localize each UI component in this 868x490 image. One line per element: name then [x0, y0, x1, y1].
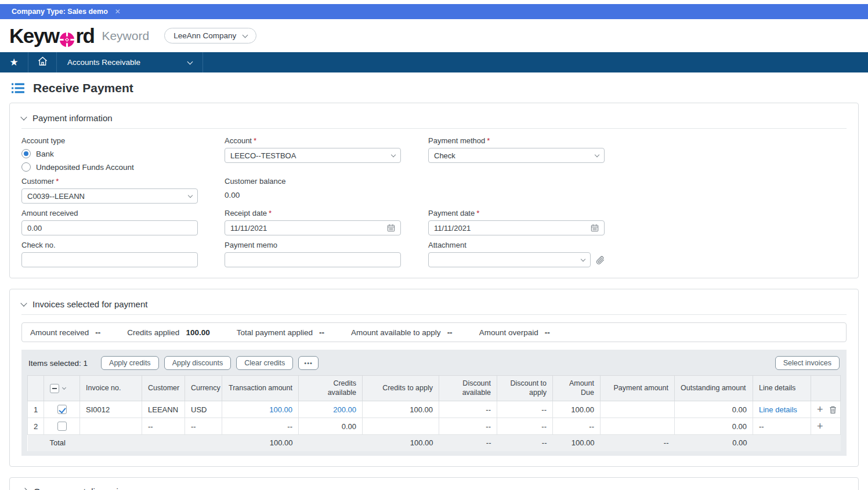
brand-target-icon	[59, 29, 75, 45]
attachment-select[interactable]	[428, 252, 591, 267]
radio-bank-label: Bank	[36, 150, 54, 158]
check-no-input[interactable]	[21, 252, 198, 267]
cell-payment-amount[interactable]	[601, 401, 675, 418]
attachment-field: Attachment	[428, 241, 847, 267]
account-type-option-bank[interactable]: Bank	[21, 149, 225, 158]
cell-credits-to-apply[interactable]	[363, 418, 439, 435]
payment-memo-input[interactable]	[225, 252, 401, 267]
account-type-field: Account type Bank Undeposited Funds Acco…	[21, 136, 225, 172]
close-icon[interactable]: ✕	[115, 8, 121, 16]
amount-received-input[interactable]	[21, 220, 198, 235]
receipt-date-label: Receipt date	[225, 209, 267, 217]
table-row: 2 -- -- -- 0.00 -- -- -- 0.00 --	[28, 418, 841, 435]
invoices-section-title: Invoices selected for payment	[32, 299, 147, 309]
chevron-down-icon[interactable]	[62, 386, 66, 390]
cell-credits-to-apply[interactable]: 100.00	[363, 401, 439, 418]
nav-module-label: Accounts Receivable	[67, 58, 140, 67]
chevron-down-icon	[243, 32, 248, 38]
cell-transaction-amount: --	[222, 418, 299, 435]
table-row: 1 SI0012 LEEANN USD 100.00 200.00 100.00…	[28, 401, 841, 418]
cell-discount-available: --	[439, 401, 497, 418]
calendar-icon[interactable]	[591, 224, 599, 232]
cell-amount-due: --	[553, 418, 601, 435]
trash-icon[interactable]	[829, 405, 837, 414]
row-number: 1	[28, 401, 44, 418]
transaction-amount-link[interactable]: 100.00	[269, 405, 292, 414]
line-details-link[interactable]: Line details	[759, 405, 797, 414]
col-line-details: Line details	[753, 376, 811, 401]
receipt-date-field: Receipt date*	[225, 209, 428, 235]
credits-available-link[interactable]: 200.00	[333, 405, 356, 414]
cell-customer: --	[142, 418, 185, 435]
payment-information-header[interactable]: Payment information	[21, 111, 847, 129]
select-all-checkbox[interactable]	[50, 384, 59, 393]
add-row-icon[interactable]: +	[817, 404, 823, 415]
customer-balance-label: Customer balance	[225, 177, 428, 186]
cell-amount-due: 100.00	[553, 401, 601, 418]
required-marker: *	[56, 177, 59, 186]
overpayment-dimensions-header[interactable]: Overpayment dimensions	[21, 485, 847, 490]
chevron-down-icon	[595, 152, 599, 157]
summary-credits-applied-value: 100.00	[186, 328, 209, 337]
payment-date-label: Payment date	[428, 209, 475, 217]
summary-total-payment-applied: Total payment applied --	[237, 328, 324, 337]
invoices-table-panel: Items selected: 1 Apply credits Apply di…	[21, 350, 847, 456]
customer-value: C0039--LEEANN	[27, 192, 85, 201]
cell-payment-amount[interactable]	[601, 418, 675, 435]
cell-credits-available: 0.00	[299, 418, 363, 435]
chevron-down-icon	[187, 59, 193, 64]
chevron-down-icon	[581, 256, 585, 261]
page-title-row: Receive Payment	[0, 72, 868, 103]
total-discount-available: --	[439, 435, 497, 451]
summary-amount-received: Amount received --	[30, 328, 100, 337]
chevron-down-icon	[391, 152, 396, 157]
summary-amount-available-value: --	[447, 328, 453, 337]
check-no-label: Check no.	[21, 241, 225, 249]
company-selector[interactable]: LeeAnn Company	[164, 28, 256, 43]
col-actions	[811, 376, 841, 401]
customer-label: Customer	[21, 177, 54, 186]
payment-date-input[interactable]	[434, 224, 591, 233]
payment-method-value: Check	[434, 151, 455, 160]
payment-method-select[interactable]: Check	[428, 148, 605, 163]
paperclip-icon[interactable]	[595, 255, 605, 265]
col-amount-due: Amount Due	[553, 376, 601, 401]
customer-select[interactable]: C0039--LEEANN	[21, 188, 198, 204]
summary-amount-overpaid: Amount overpaid --	[479, 328, 550, 337]
chevron-down-icon	[188, 193, 193, 197]
row-checkbox[interactable]	[57, 405, 67, 414]
cell-discount-to-apply: --	[497, 418, 553, 435]
chevron-down-icon	[20, 114, 27, 120]
calendar-icon[interactable]	[387, 224, 395, 232]
cell-invoice-no[interactable]	[80, 418, 142, 435]
customer-field: Customer* C0039--LEEANN	[21, 177, 225, 204]
col-credits-available: Credits available	[299, 376, 363, 401]
home-button[interactable]	[28, 52, 57, 72]
account-type-option-undeposited[interactable]: Undeposited Funds Account	[21, 162, 225, 172]
customer-balance-field: Customer balance 0.00	[225, 177, 428, 204]
clear-credits-button[interactable]: Clear credits	[236, 356, 293, 370]
apply-credits-button[interactable]: Apply credits	[101, 356, 159, 370]
account-value: LEECO--TESTBOA	[230, 151, 296, 160]
col-credits-to-apply: Credits to apply	[363, 376, 439, 401]
radio-bank[interactable]	[21, 149, 31, 158]
table-total-row: Total 100.00 100.00 -- -- 100.00 -- 0.00	[28, 435, 841, 451]
row-checkbox[interactable]	[57, 422, 67, 431]
invoices-section-header[interactable]: Invoices selected for payment	[21, 297, 847, 315]
radio-undeposited-label: Undeposited Funds Account	[36, 163, 134, 172]
radio-undeposited[interactable]	[21, 162, 31, 172]
receipt-date-input[interactable]	[230, 224, 387, 233]
nav-module-selector[interactable]: Accounts Receivable	[57, 52, 203, 72]
select-invoices-button[interactable]: Select invoices	[775, 356, 840, 370]
favorites-button[interactable]: ★	[0, 52, 28, 72]
attachment-label: Attachment	[428, 241, 847, 249]
summary-amount-overpaid-value: --	[545, 328, 550, 337]
more-actions-button[interactable]: •••	[298, 356, 319, 370]
account-select[interactable]: LEECO--TESTBOA	[225, 148, 401, 163]
add-row-icon[interactable]: +	[817, 421, 823, 431]
list-menu-icon[interactable]	[12, 83, 24, 93]
payment-method-label: Payment method	[428, 136, 485, 145]
payment-memo-label: Payment memo	[225, 241, 428, 249]
amount-received-label: Amount received	[21, 209, 225, 217]
apply-discounts-button[interactable]: Apply discounts	[164, 356, 232, 370]
